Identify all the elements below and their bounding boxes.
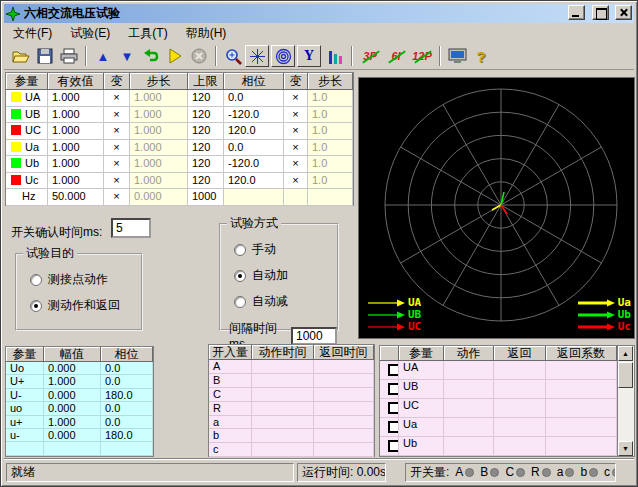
- upper-limit-cell[interactable]: 1000: [188, 189, 224, 206]
- vary-toggle-cell[interactable]: ×: [104, 90, 130, 107]
- input-name-cell: R: [209, 402, 252, 416]
- vary-toggle-cell[interactable]: ×: [104, 173, 130, 190]
- minimize-button[interactable]: [568, 5, 585, 20]
- checkbox[interactable]: [388, 364, 399, 376]
- impedance-circle-button[interactable]: [271, 45, 295, 67]
- vary-toggle-cell[interactable]: ×: [284, 123, 308, 140]
- action-value-cell: [444, 380, 494, 399]
- rms-value-cell[interactable]: 1.000: [48, 90, 104, 107]
- 6i-mode-button[interactable]: 6I: [383, 45, 409, 67]
- column-header: 参量: [399, 346, 444, 361]
- test-mode-option[interactable]: 自动加: [234, 267, 337, 284]
- vary-toggle-cell[interactable]: ×: [104, 107, 130, 124]
- 3p-mode-button[interactable]: 3P: [357, 45, 383, 67]
- rms-value-cell[interactable]: 50.000: [48, 189, 104, 206]
- checkbox-cell: [380, 399, 399, 418]
- vary-toggle-cell[interactable]: ×: [104, 156, 130, 173]
- interval-input[interactable]: [291, 327, 337, 345]
- rms-value-cell[interactable]: 1.000: [48, 156, 104, 173]
- scroll-up-button[interactable]: ▲: [618, 346, 633, 361]
- vary-toggle-cell[interactable]: ×: [104, 140, 130, 157]
- phase-cell[interactable]: 120.0: [224, 123, 284, 140]
- confirm-time-input[interactable]: [111, 218, 151, 238]
- result-table: 参量动作返回返回系数UAUBUCUaUbUc: [379, 345, 618, 457]
- upper-limit-cell[interactable]: 120: [188, 156, 224, 173]
- status-runtime: 运行时间: 0.00s: [297, 463, 386, 482]
- vary-toggle-cell[interactable]: ×: [104, 189, 130, 206]
- vary-toggle-cell[interactable]: ×: [284, 140, 308, 157]
- test-purpose-option[interactable]: 测动作和返回: [30, 297, 141, 314]
- step-cell: 1.0: [308, 90, 353, 107]
- upper-limit-cell[interactable]: 120: [188, 107, 224, 124]
- radio-button[interactable]: [30, 300, 42, 312]
- scrollbar-thumb[interactable]: [618, 362, 633, 388]
- switch-quantity-label: 开关量:: [410, 465, 449, 479]
- step-cell: 1.000: [130, 107, 188, 124]
- checkbox[interactable]: [388, 421, 399, 433]
- checkbox[interactable]: [388, 440, 399, 452]
- vary-toggle-cell[interactable]: ×: [284, 90, 308, 107]
- reset-button[interactable]: [139, 45, 163, 67]
- save-button[interactable]: [33, 45, 57, 67]
- radio-button[interactable]: [234, 296, 246, 308]
- scroll-down-button[interactable]: ▼: [618, 441, 633, 456]
- stop-test-button[interactable]: [187, 45, 211, 67]
- device-settings-button[interactable]: [445, 45, 469, 67]
- open-button[interactable]: [9, 45, 33, 67]
- rms-value-cell[interactable]: 1.000: [48, 123, 104, 140]
- upper-limit-cell[interactable]: 120: [188, 90, 224, 107]
- close-button[interactable]: [615, 5, 632, 20]
- menu-item-tools[interactable]: 工具(T): [119, 23, 176, 44]
- phase-cell[interactable]: -120.0: [224, 107, 284, 124]
- help-button[interactable]: ?: [469, 45, 493, 67]
- vary-toggle-cell[interactable]: ×: [284, 107, 308, 124]
- seq-name-cell: u-: [6, 429, 44, 442]
- step-up-button[interactable]: ▲: [91, 45, 115, 67]
- return-value-cell: [494, 437, 546, 456]
- result-table-scrollbar[interactable]: ▲ ▼: [618, 345, 635, 457]
- return-time-cell: [314, 402, 374, 416]
- phase-cell[interactable]: 120.0: [224, 173, 284, 190]
- checkbox[interactable]: [388, 402, 399, 414]
- switch-indicator: [465, 468, 474, 477]
- menu-item-help[interactable]: 帮助(H): [177, 23, 236, 44]
- wiring-diagram-button[interactable]: Y: [297, 45, 321, 67]
- menu-item-test[interactable]: 试验(E): [61, 23, 119, 44]
- rms-value-cell[interactable]: 1.000: [48, 140, 104, 157]
- phase-cell[interactable]: 0.0: [224, 90, 284, 107]
- vector-diagram-button[interactable]: [245, 45, 269, 67]
- action-time-cell: [252, 374, 314, 388]
- toolbar-separator: [351, 46, 353, 66]
- rms-value-cell[interactable]: 1.000: [48, 107, 104, 124]
- harmonic-chart-button[interactable]: [323, 45, 347, 67]
- test-purpose-option[interactable]: 测接点动作: [30, 271, 141, 288]
- step-cell: 1.0: [308, 123, 353, 140]
- phase-cell[interactable]: 0.0: [224, 140, 284, 157]
- vary-toggle-cell[interactable]: ×: [284, 173, 308, 190]
- statusbar: 就绪 运行时间: 0.00s 开关量:ABCRabc: [4, 460, 634, 483]
- checkbox[interactable]: [388, 383, 399, 395]
- vary-toggle-cell[interactable]: ×: [284, 156, 308, 173]
- 12p-mode-button[interactable]: 12P: [409, 45, 435, 67]
- radio-button[interactable]: [30, 274, 42, 286]
- action-time-cell: [252, 416, 314, 430]
- radio-button[interactable]: [234, 244, 246, 256]
- color-swatch: [11, 142, 21, 152]
- test-mode-option[interactable]: 手动: [234, 241, 337, 258]
- phase-cell[interactable]: -120.0: [224, 156, 284, 173]
- zoom-button[interactable]: [221, 45, 245, 67]
- test-mode-option[interactable]: 自动减: [234, 293, 337, 310]
- print-button[interactable]: [57, 45, 81, 67]
- maximize-button[interactable]: [592, 5, 609, 20]
- vary-toggle-cell[interactable]: ×: [104, 123, 130, 140]
- upper-limit-cell[interactable]: 120: [188, 123, 224, 140]
- step-down-button[interactable]: ▼: [115, 45, 139, 67]
- test-purpose-group: 试验目的 测接点动作测动作和返回: [15, 245, 143, 331]
- start-test-button[interactable]: [163, 45, 187, 67]
- rms-value-cell[interactable]: 1.000: [48, 173, 104, 190]
- upper-limit-cell[interactable]: 120: [188, 173, 224, 190]
- return-ratio-cell: [546, 361, 617, 380]
- menu-item-file[interactable]: 文件(F): [4, 23, 61, 44]
- upper-limit-cell[interactable]: 120: [188, 140, 224, 157]
- radio-button[interactable]: [234, 270, 246, 282]
